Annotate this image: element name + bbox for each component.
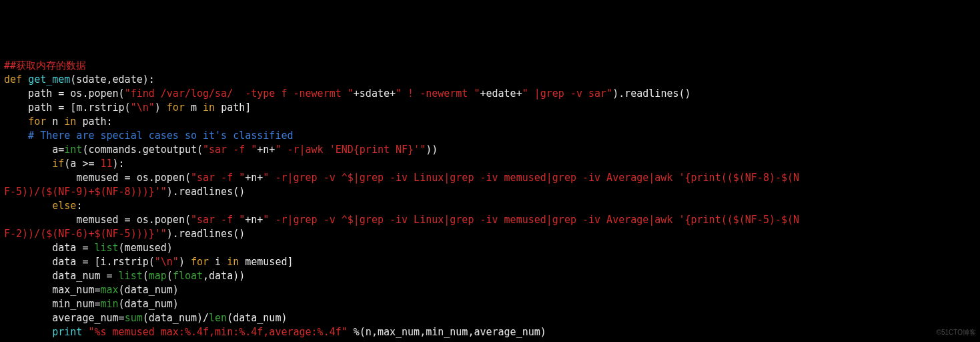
code-text: +n+ [245, 172, 263, 184]
string: F-2))/($(NF-6)+$(NF-5)))}'" [4, 228, 167, 240]
code-text: (data_num) [227, 312, 287, 324]
var: m [191, 102, 203, 114]
code-text: memused = os.popen( [4, 172, 191, 184]
builtin-max: max [101, 284, 119, 296]
number: 11 [101, 158, 113, 170]
code-text: path: [82, 116, 112, 128]
kw-if: if [52, 158, 64, 170]
string: "sar -f " [191, 214, 245, 226]
code-text: data = [i.rstrip( [4, 256, 155, 268]
code-text: ,data)) [203, 270, 245, 282]
code-text: +n+ [257, 144, 275, 156]
var: i [215, 256, 227, 268]
string: F-5))/($(NF-9)+$(NF-8)))}'" [4, 186, 167, 198]
code-text: +edate+ [480, 88, 522, 100]
builtin-list: list [119, 270, 143, 282]
kw-in: in [64, 116, 82, 128]
string: " ! -newermt " [396, 88, 480, 100]
code-text: (memused) [119, 242, 173, 254]
indent [4, 326, 52, 338]
kw-for: for [167, 102, 191, 114]
code-text: ): [113, 158, 125, 170]
watermark: ©51CTO博客 [937, 325, 976, 339]
string: "sar -f " [191, 172, 245, 184]
kw-in: in [203, 102, 221, 114]
var: n [52, 116, 64, 128]
paren: ( [167, 270, 173, 282]
params: (sdate,edate): [70, 73, 154, 86]
string: "sar -f " [203, 144, 257, 156]
code-text: )) [426, 144, 438, 156]
code-text: +n+ [245, 214, 263, 226]
code-text: data_num = [4, 270, 119, 282]
comment-line: # There are special cases so it's classi… [4, 130, 293, 142]
indent [4, 158, 52, 170]
builtin-list: list [94, 242, 118, 254]
kw-for: for [191, 256, 215, 268]
code-text: min_num= [4, 298, 101, 310]
code-block: ##获取内存的数据 def get_mem(sdate,edate): path… [4, 59, 976, 339]
string: " -r|grep -v ^$|grep -iv Linux|grep -iv … [263, 172, 799, 184]
builtin-map: map [149, 270, 167, 282]
code-text: ) [155, 102, 167, 114]
code-text: memused = os.popen( [4, 214, 191, 226]
code-text: ).readlines() [167, 228, 245, 240]
kw-print: print [52, 326, 88, 338]
builtin-float: float [173, 270, 203, 282]
code-text: max_num= [4, 284, 101, 296]
string: "%s memused max:%.4f,min:%.4f,average:%.… [88, 326, 353, 338]
string: " -r|grep -v ^$|grep -iv Linux|grep -iv … [263, 214, 799, 226]
builtin-int: int [64, 144, 82, 156]
code-text: +sdate+ [354, 88, 396, 100]
builtin-min: min [101, 298, 119, 310]
kw-in: in [227, 256, 245, 268]
kw-for: for [28, 116, 52, 128]
code-text: (data_num) [119, 298, 179, 310]
func-name: get_mem [28, 73, 70, 86]
code-text: (data_num) [119, 284, 179, 296]
code-text: path = os.popen( [4, 88, 125, 100]
string: " -r|awk 'END{print NF}'" [275, 144, 426, 156]
indent [4, 116, 28, 128]
builtin-len: len [209, 312, 227, 324]
indent [4, 200, 52, 212]
comment-line: ##获取内存的数据 [4, 59, 86, 71]
string: "\n" [155, 256, 179, 268]
code-text: ).readlines() [167, 186, 245, 198]
code-text: (commands.getoutput( [82, 144, 203, 156]
code-text: a= [4, 144, 64, 156]
code-text: (data_num)/ [143, 312, 209, 324]
code-text: ).readlines() [612, 88, 690, 100]
code-text: ) [179, 256, 191, 268]
code-text: (a >= [64, 158, 100, 170]
string: "\n" [131, 102, 155, 114]
colon: : [76, 200, 82, 212]
kw-else: else [52, 200, 76, 212]
code-text: path] [221, 102, 251, 114]
code-text: data = [4, 242, 94, 254]
code-text: memused] [245, 256, 293, 268]
string: "find /var/log/sa/ -type f -newermt " [125, 88, 354, 100]
code-text: %(n,max_num,min_num,average_num) [354, 326, 546, 338]
paren: ( [143, 270, 149, 282]
code-text: average_num= [4, 312, 125, 324]
string: " |grep -v sar" [522, 88, 612, 100]
kw-def: def [4, 73, 28, 86]
code-text: path = [m.rstrip( [4, 102, 131, 114]
builtin-sum: sum [125, 312, 143, 324]
